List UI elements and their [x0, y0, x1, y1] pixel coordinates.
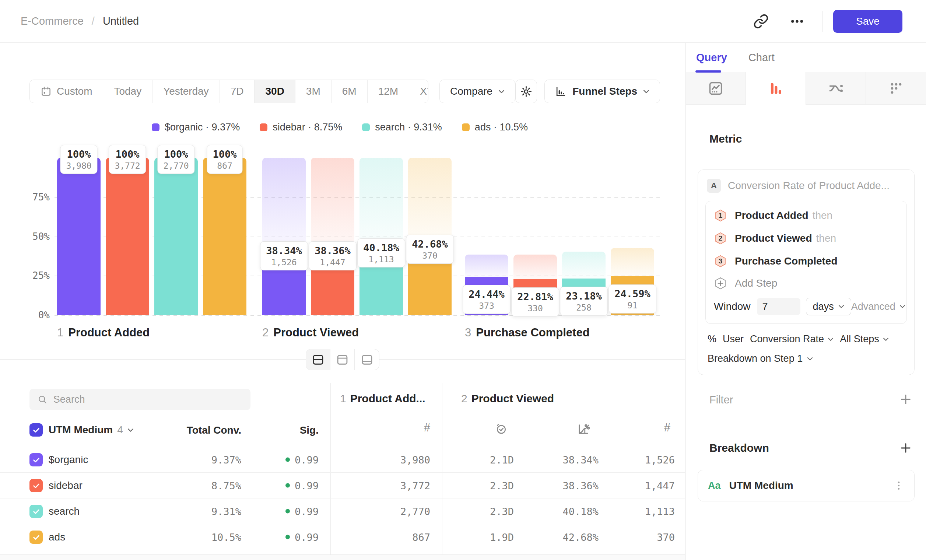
tab-query[interactable]: Query [696, 51, 727, 64]
bar-ghost-sidebar-step3 [513, 254, 557, 279]
tab-funnels[interactable] [746, 72, 806, 104]
cell-step1-count: 3,980 [400, 454, 430, 465]
breakdown-column-label: UTM Medium [48, 424, 113, 436]
cell-step1-count: 867 [412, 531, 430, 543]
step-number-badge: 2 [714, 232, 727, 245]
bar-value-label: 100%3,980 [60, 145, 97, 174]
breadcrumb-project[interactable]: E-Commerce [21, 15, 83, 27]
filter-section-label: Filter [710, 394, 733, 406]
bar-search-step1[interactable] [154, 158, 198, 315]
search-icon [38, 394, 47, 404]
step-name: Product Add... [350, 392, 425, 404]
save-button[interactable]: Save [833, 10, 902, 33]
search-input[interactable] [53, 394, 242, 405]
tab-retention[interactable] [866, 72, 926, 104]
x-axis-step-2: 2Product Viewed [262, 326, 359, 339]
sig-header[interactable]: Sig. [300, 424, 319, 436]
funnel-step-1[interactable]: 1 Product Added then [706, 204, 906, 227]
bar-pct: 38.36% [315, 244, 351, 257]
row-checkbox[interactable] [29, 453, 43, 466]
bar-value-label: 24.44%373 [463, 285, 510, 314]
layout-chart-only-button[interactable] [330, 349, 355, 370]
plus-icon [899, 393, 912, 406]
add-step-button[interactable]: Add Step [706, 272, 906, 294]
funnel-step-3[interactable]: 3 Purchase Completed [706, 250, 906, 272]
cell-avg-time: 2.3D [490, 506, 514, 517]
count-column-icon[interactable]: # [424, 421, 430, 434]
cell-sig: 0.99 [286, 506, 319, 517]
step-name: Product Added [68, 326, 150, 339]
bar-organic-step1[interactable] [57, 158, 101, 315]
avg-time-column-icon[interactable] [495, 422, 508, 437]
bar-value-label: 100%867 [207, 145, 242, 174]
table-group-header-step1: 1Product Add... [340, 392, 425, 405]
add-filter-button[interactable] [899, 393, 912, 406]
bar-value-label: 100%3,772 [109, 145, 146, 174]
significance-dot [286, 509, 290, 513]
sig-value: 0.99 [295, 506, 319, 517]
kebab-menu-icon[interactable] [893, 480, 904, 491]
more-options-icon[interactable] [789, 14, 805, 29]
cell-total-conv: 9.37% [212, 454, 241, 465]
conv-rate-column-icon[interactable] [577, 422, 590, 437]
sig-value: 0.99 [295, 531, 319, 543]
metric-name-row[interactable]: A Conversion Rate of Product Adde... [705, 178, 907, 195]
share-link-icon[interactable] [753, 14, 769, 29]
row-name: $organic [48, 454, 88, 466]
y-axis-tick: 25% [11, 270, 50, 281]
check-icon [32, 533, 41, 542]
cell-step1-count: 3,772 [400, 480, 430, 491]
table-row-ads: ads10.5%0.998671.9D42.68%370 [0, 524, 685, 550]
breakdown-column-header[interactable]: UTM Medium 4 [29, 422, 134, 437]
check-icon [32, 456, 41, 464]
app-root: E-Commerce / Untitled Save CustomTodayYe… [0, 0, 926, 560]
funnel-step-2[interactable]: 2 Product Viewed then [706, 227, 906, 250]
tab-flows[interactable] [806, 72, 866, 104]
bar-ghost-organic-step3 [465, 254, 508, 276]
row-checkbox[interactable] [29, 505, 43, 518]
flows-icon [828, 80, 844, 97]
breakdown-on-step-dropdown[interactable]: Breakdown on Step 1 [705, 353, 907, 364]
y-axis-tick: 50% [11, 231, 50, 242]
bar-ghost-ads-step3 [611, 248, 654, 276]
bar-sidebar-step1[interactable] [106, 158, 149, 315]
bar-pct: 24.59% [614, 288, 651, 300]
significance-dot [286, 483, 290, 488]
step-event-name: Purchase Completed [735, 255, 838, 267]
x-axis-step-1: 1Product Added [57, 326, 150, 339]
table-search [29, 389, 250, 410]
count-column-icon[interactable]: # [664, 421, 670, 434]
bar-count: 91 [614, 300, 651, 310]
breadcrumb-title[interactable]: Untitled [103, 15, 139, 27]
row-checkbox[interactable] [29, 479, 43, 492]
bar-ads-step1[interactable] [203, 158, 247, 315]
query-sidebar: Query Chart Metric A Conversion Rate of … [685, 43, 926, 560]
bar-value-label: 100%2,770 [157, 145, 194, 174]
main-panel: CustomTodayYesterday7D30D3M6M12MXTD Comp… [0, 43, 685, 560]
plus-icon [899, 442, 912, 454]
measure-type-dropdown[interactable]: Conversion Rate [750, 333, 834, 345]
row-checkbox[interactable] [29, 531, 43, 544]
bar-count: 3,980 [66, 160, 91, 171]
bar-count: 2,770 [163, 160, 189, 171]
y-axis-tick: 0% [11, 309, 50, 321]
window-value-input[interactable] [757, 298, 800, 315]
advanced-dropdown[interactable]: Advanced [851, 301, 905, 312]
measure-scope-dropdown[interactable]: All Steps [840, 333, 889, 345]
check-icon [32, 426, 41, 434]
select-all-checkbox[interactable] [29, 423, 43, 437]
layout-split-button[interactable] [306, 349, 330, 370]
table-row-search: search9.31%0.992,7702.3D40.18%1,113 [0, 498, 685, 524]
add-breakdown-button[interactable] [899, 442, 912, 454]
report-type-tabs [686, 72, 926, 104]
total-conv-header[interactable]: Total Conv. [187, 424, 241, 436]
tab-chart[interactable]: Chart [749, 51, 775, 64]
measure-entity-dropdown[interactable]: User [723, 333, 744, 345]
window-unit-dropdown[interactable]: days [806, 298, 851, 315]
tab-insights[interactable] [686, 72, 746, 104]
measure-scope-label: All Steps [840, 333, 879, 345]
string-type-badge: Aa [708, 480, 721, 492]
step-number: 2 [262, 326, 269, 339]
breakdown-item[interactable]: Aa UTM Medium [698, 470, 915, 501]
layout-table-only-button[interactable] [355, 349, 379, 370]
